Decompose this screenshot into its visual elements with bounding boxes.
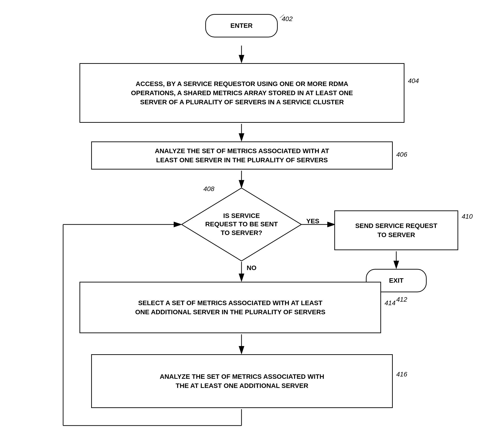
node-410-label: SEND SERVICE REQUESTTO SERVER — [355, 221, 437, 240]
ref-406: 406 — [396, 151, 407, 158]
node-404: ACCESS, BY A SERVICE REQUESTOR USING ONE… — [79, 63, 404, 123]
diamond-408: IS SERVICEREQUEST TO BE SENTTO SERVER? — [181, 187, 302, 262]
enter-label: ENTER — [230, 22, 253, 30]
no-label: NO — [247, 264, 256, 272]
ref-408: 408 — [203, 185, 214, 193]
node-410: SEND SERVICE REQUESTTO SERVER — [334, 210, 458, 250]
node-406: ANALYZE THE SET OF METRICS ASSOCIATED WI… — [91, 142, 393, 169]
node-404-label: ACCESS, BY A SERVICE REQUESTOR USING ONE… — [131, 79, 353, 107]
ref-412: 412 — [396, 296, 407, 303]
node-416: ANALYZE THE SET OF METRICS ASSOCIATED WI… — [91, 354, 393, 408]
node-406-label: ANALYZE THE SET OF METRICS ASSOCIATED WI… — [155, 146, 329, 165]
ref-410: 410 — [462, 213, 473, 220]
node-416-label: ANALYZE THE SET OF METRICS ASSOCIATED WI… — [160, 372, 324, 390]
enter-terminal: ENTER — [205, 14, 278, 37]
diamond-408-label: IS SERVICEREQUEST TO BE SENTTO SERVER? — [205, 212, 278, 237]
ref-404: 404 — [408, 77, 419, 85]
ref-402-slash: ⟋ — [278, 12, 285, 20]
node-414: SELECT A SET OF METRICS ASSOCIATED WITH … — [79, 282, 381, 333]
yes-label: YES — [306, 217, 319, 225]
exit-label: EXIT — [389, 276, 404, 285]
ref-414: 414 — [385, 299, 396, 307]
node-414-label: SELECT A SET OF METRICS ASSOCIATED WITH … — [135, 298, 325, 317]
ref-416: 416 — [396, 371, 407, 378]
